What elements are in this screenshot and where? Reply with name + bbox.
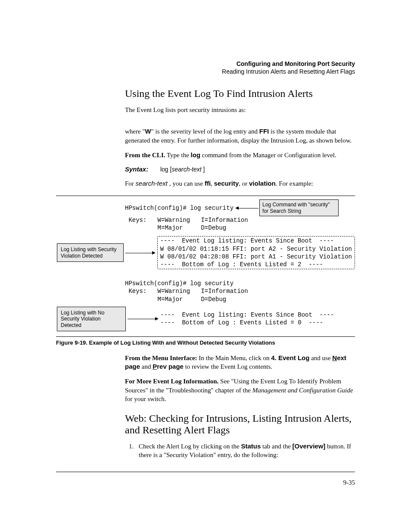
runhead-subtitle: Reading Intrusion Alerts and Resetting A… xyxy=(56,68,355,75)
runhead-title: Configuring and Monitoring Port Security xyxy=(56,60,355,67)
section1-heading: Using the Event Log To Find Intrusion Al… xyxy=(125,88,355,100)
section-using-event-log: Using the Event Log To Find Intrusion Al… xyxy=(125,88,355,188)
syntax-code: log [search-text ] xyxy=(160,166,205,173)
callout-log-command: Log Command with "security" for Search S… xyxy=(259,199,339,216)
cli1-keys2: M=Major D=Debug xyxy=(125,224,355,232)
section1-p1: The Event Log lists port security intrus… xyxy=(125,106,355,114)
cli-block-2: HPswitch(config)# log security Keys: W=W… xyxy=(125,280,355,303)
syntax-line: Syntax: log [search-text ] xyxy=(125,165,355,173)
arrow-right-icon xyxy=(126,319,160,319)
section2-heading: Web: Checking for Intrusions, Listing In… xyxy=(125,413,355,436)
figure-9-19: HPswitch(config)# log security Log Comma… xyxy=(56,196,355,337)
cli1-keys1: Keys: W=Warning I=Information xyxy=(125,216,355,224)
page: Configuring and Monitoring Port Security… xyxy=(0,0,411,512)
cli1-command: HPswitch(config)# log security xyxy=(125,204,234,212)
after-figure-block: From the Menu Interface: In the Main Men… xyxy=(125,354,355,460)
step-1: Check the Alert Log by clicking on the S… xyxy=(135,442,355,460)
running-header: Configuring and Monitoring Port Security… xyxy=(56,60,355,75)
p-from-menu-interface: From the Menu Interface: In the Main Men… xyxy=(125,354,355,371)
callout-no-violation: Log Listing with No Security Violation D… xyxy=(57,307,126,331)
cli2-command: HPswitch(config)# log security xyxy=(125,280,355,287)
figure-caption: Figure 9-19. Example of Log Listing With… xyxy=(56,339,355,346)
cli-block-1: HPswitch(config)# log security Log Comma… xyxy=(125,199,355,232)
page-number: 9-35 xyxy=(343,479,355,486)
page-footer: 9-35 xyxy=(56,472,355,486)
callout-violation-detected: Log Listing with Security Violation Dete… xyxy=(57,243,124,262)
section1-p3: From the CLI. Type the log command from … xyxy=(125,151,355,159)
steps-list: Check the Alert Log by clicking on the S… xyxy=(125,442,355,460)
syntax-label: Syntax: xyxy=(125,165,148,173)
arrow-left-icon xyxy=(234,208,259,208)
cli2-events: ---- Event Log listing: Events Since Boo… xyxy=(160,311,334,327)
cli2-keys2: M=Major D=Debug xyxy=(125,296,355,303)
section1-p2: where "W" is the severity level of the l… xyxy=(125,127,355,145)
cli1-events-box: ---- Event Log listing: Events Since Boo… xyxy=(157,236,355,269)
section1-p4: For search-text , you can use ffi, secur… xyxy=(125,179,355,188)
p-for-more-info: For More Event Log Information. See "Usi… xyxy=(125,377,355,403)
cli2-keys1: Keys: W=Warning I=Information xyxy=(125,287,355,295)
arrow-right-icon xyxy=(124,252,157,253)
